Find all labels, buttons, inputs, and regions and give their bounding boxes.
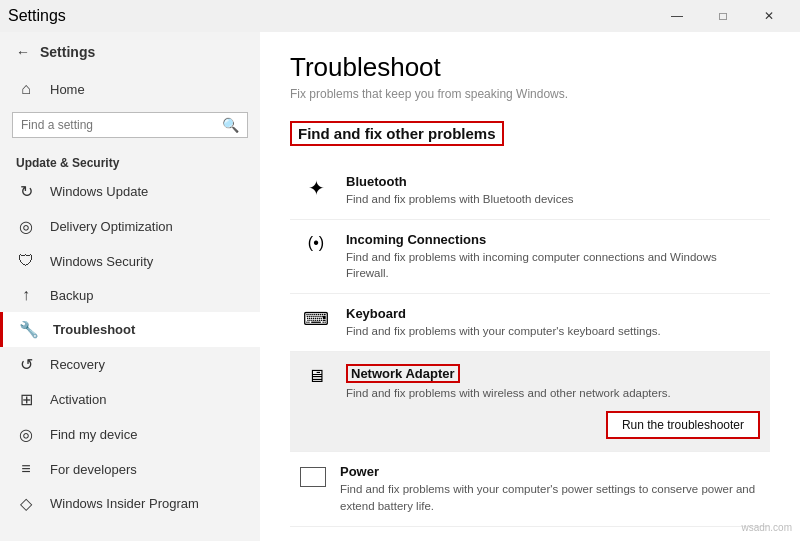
sidebar-app-title: Settings	[40, 44, 95, 60]
troubleshoot-icon: 🔧	[19, 320, 39, 339]
sidebar-item-recovery[interactable]: ↺ Recovery	[0, 347, 260, 382]
sidebar-item-troubleshoot[interactable]: 🔧 Troubleshoot	[0, 312, 260, 347]
delivery-optimization-icon: ◎	[16, 217, 36, 236]
sidebar-item-windows-insider[interactable]: ◇ Windows Insider Program	[0, 486, 260, 521]
incoming-connections-content: Incoming Connections Find and fix proble…	[346, 232, 760, 281]
minimize-button[interactable]: —	[654, 0, 700, 32]
titlebar-left: Settings	[8, 7, 66, 25]
troubleshoot-item-bluetooth[interactable]: ✦ Bluetooth Find and fix problems with B…	[290, 162, 770, 220]
back-button[interactable]: ←	[16, 44, 30, 60]
power-desc: Find and fix problems with your computer…	[340, 481, 760, 513]
power-content: Power Find and fix problems with your co…	[340, 464, 760, 513]
windows-update-icon: ↻	[16, 182, 36, 201]
titlebar-title: Settings	[8, 7, 66, 25]
power-title: Power	[340, 464, 760, 479]
network-adapter-title: Network Adapter	[346, 364, 460, 383]
main-container: ← Settings ⌂ Home 🔍 Update & Security ↻ …	[0, 32, 800, 541]
watermark: wsadn.com	[741, 522, 792, 533]
run-troubleshooter-button[interactable]: Run the troubleshooter	[606, 411, 760, 439]
troubleshoot-item-network-adapter[interactable]: 🖥 Network Adapter Find and fix problems …	[290, 352, 770, 452]
sidebar-item-delivery-optimization[interactable]: ◎ Delivery Optimization	[0, 209, 260, 244]
sidebar-item-backup-label: Backup	[50, 288, 93, 303]
sidebar-item-home[interactable]: ⌂ Home	[0, 72, 260, 106]
troubleshoot-item-program-compatibility[interactable]: ≡ Program Compatibility Troubleshooter F…	[290, 527, 770, 541]
sidebar-item-activation[interactable]: ⊞ Activation	[0, 382, 260, 417]
home-icon: ⌂	[16, 80, 36, 98]
sidebar: ← Settings ⌂ Home 🔍 Update & Security ↻ …	[0, 32, 260, 541]
activation-icon: ⊞	[16, 390, 36, 409]
close-button[interactable]: ✕	[746, 0, 792, 32]
recovery-icon: ↺	[16, 355, 36, 374]
keyboard-title: Keyboard	[346, 306, 760, 321]
for-developers-icon: ≡	[16, 460, 36, 478]
windows-insider-icon: ◇	[16, 494, 36, 513]
sidebar-item-windows-security[interactable]: 🛡 Windows Security	[0, 244, 260, 278]
windows-security-icon: 🛡	[16, 252, 36, 270]
troubleshoot-item-incoming-connections[interactable]: (•) Incoming Connections Find and fix pr…	[290, 220, 770, 294]
network-adapter-desc: Find and fix problems with wireless and …	[346, 385, 760, 401]
sidebar-item-activation-label: Activation	[50, 392, 106, 407]
bluetooth-content: Bluetooth Find and fix problems with Blu…	[346, 174, 760, 207]
incoming-connections-desc: Find and fix problems with incoming comp…	[346, 249, 760, 281]
search-input[interactable]	[13, 113, 214, 137]
sidebar-section-label: Update & Security	[0, 148, 260, 174]
sidebar-item-windows-insider-label: Windows Insider Program	[50, 496, 199, 511]
sidebar-item-troubleshoot-label: Troubleshoot	[53, 322, 135, 337]
content-area: Troubleshoot Fix problems that keep you …	[260, 32, 800, 541]
sidebar-item-find-my-device-label: Find my device	[50, 427, 137, 442]
incoming-connections-title: Incoming Connections	[346, 232, 760, 247]
keyboard-desc: Find and fix problems with your computer…	[346, 323, 760, 339]
sidebar-item-backup[interactable]: ↑ Backup	[0, 278, 260, 312]
run-btn-container: Run the troubleshooter	[346, 411, 760, 439]
section-header: Find and fix other problems	[290, 121, 504, 146]
content-subtitle: Fix problems that keep you from speaking…	[290, 87, 770, 101]
sidebar-item-for-developers-label: For developers	[50, 462, 137, 477]
page-title: Troubleshoot	[290, 52, 770, 83]
bluetooth-desc: Find and fix problems with Bluetooth dev…	[346, 191, 760, 207]
incoming-connections-icon: (•)	[300, 234, 332, 252]
search-box: 🔍	[12, 112, 248, 138]
power-icon	[300, 467, 326, 487]
sidebar-item-recovery-label: Recovery	[50, 357, 105, 372]
network-adapter-content: Network Adapter Find and fix problems wi…	[346, 364, 760, 439]
sidebar-top: ← Settings	[0, 32, 260, 72]
bluetooth-icon: ✦	[300, 176, 332, 200]
titlebar: Settings — □ ✕	[0, 0, 800, 32]
sidebar-item-delivery-optimization-label: Delivery Optimization	[50, 219, 173, 234]
sidebar-item-find-my-device[interactable]: ◎ Find my device	[0, 417, 260, 452]
maximize-button[interactable]: □	[700, 0, 746, 32]
sidebar-item-windows-security-label: Windows Security	[50, 254, 153, 269]
titlebar-controls: — □ ✕	[654, 0, 792, 32]
search-button[interactable]: 🔍	[214, 113, 247, 137]
backup-icon: ↑	[16, 286, 36, 304]
troubleshoot-item-power[interactable]: Power Find and fix problems with your co…	[290, 452, 770, 526]
sidebar-item-home-label: Home	[50, 82, 85, 97]
keyboard-icon: ⌨	[300, 308, 332, 330]
bluetooth-title: Bluetooth	[346, 174, 760, 189]
network-adapter-icon: 🖥	[300, 366, 332, 387]
sidebar-item-windows-update-label: Windows Update	[50, 184, 148, 199]
keyboard-content: Keyboard Find and fix problems with your…	[346, 306, 760, 339]
sidebar-item-windows-update[interactable]: ↻ Windows Update	[0, 174, 260, 209]
troubleshoot-item-keyboard[interactable]: ⌨ Keyboard Find and fix problems with yo…	[290, 294, 770, 352]
sidebar-item-for-developers[interactable]: ≡ For developers	[0, 452, 260, 486]
find-my-device-icon: ◎	[16, 425, 36, 444]
